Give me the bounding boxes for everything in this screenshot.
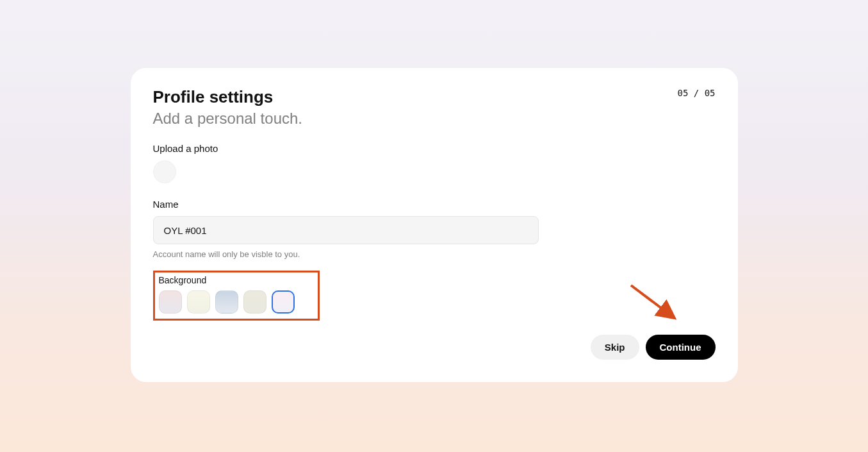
bg-swatch-4[interactable] — [243, 290, 266, 314]
page-title: Profile settings — [153, 87, 716, 107]
bg-swatch-5[interactable] — [272, 290, 295, 314]
page-subtitle: Add a personal touch. — [153, 110, 716, 128]
upload-photo-button[interactable] — [153, 160, 176, 183]
step-current: 05 — [677, 88, 688, 98]
profile-settings-card: 05 / 05 Profile settings Add a personal … — [131, 68, 738, 382]
bg-swatch-3[interactable] — [215, 290, 238, 314]
background-swatches — [159, 290, 314, 314]
background-label: Background — [159, 275, 314, 285]
upload-photo-label: Upload a photo — [153, 143, 716, 154]
name-input[interactable] — [153, 216, 539, 244]
bg-swatch-2[interactable] — [187, 290, 210, 314]
action-buttons: Skip Continue — [591, 335, 716, 360]
skip-button[interactable]: Skip — [591, 335, 639, 360]
name-label: Name — [153, 199, 716, 210]
name-helper: Account name will only be visble to you. — [153, 249, 716, 259]
continue-button[interactable]: Continue — [646, 335, 716, 360]
bg-swatch-1[interactable] — [159, 290, 182, 314]
background-section-highlight: Background — [153, 271, 320, 321]
step-total: 05 — [705, 88, 716, 98]
step-sep: / — [688, 88, 704, 98]
step-counter: 05 / 05 — [677, 88, 715, 98]
